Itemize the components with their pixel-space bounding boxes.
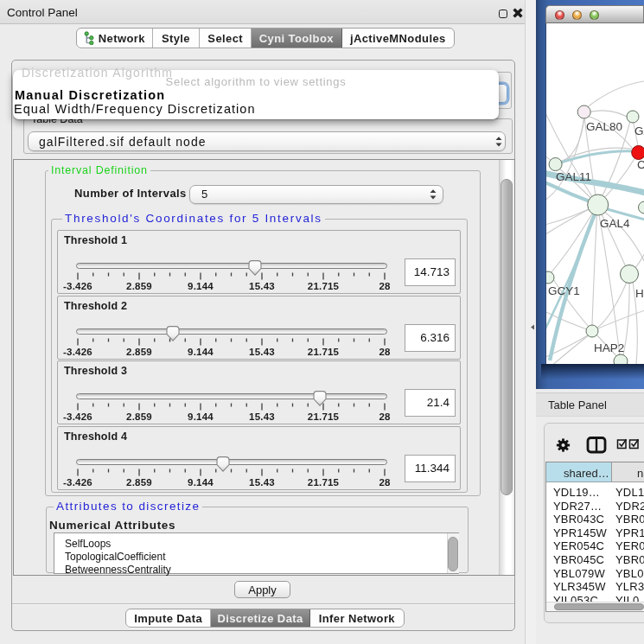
svg-text:H: H (635, 287, 644, 300)
svg-text:GAL80: GAL80 (586, 120, 622, 133)
svg-text:GAL11: GAL11 (556, 170, 591, 183)
svg-text:C: C (637, 158, 644, 171)
svg-text:GCY1: GCY1 (548, 284, 580, 297)
svg-text:HAP2: HAP2 (594, 341, 624, 354)
svg-text:GAL4: GAL4 (600, 217, 630, 230)
svg-text:GA: GA (634, 124, 644, 137)
